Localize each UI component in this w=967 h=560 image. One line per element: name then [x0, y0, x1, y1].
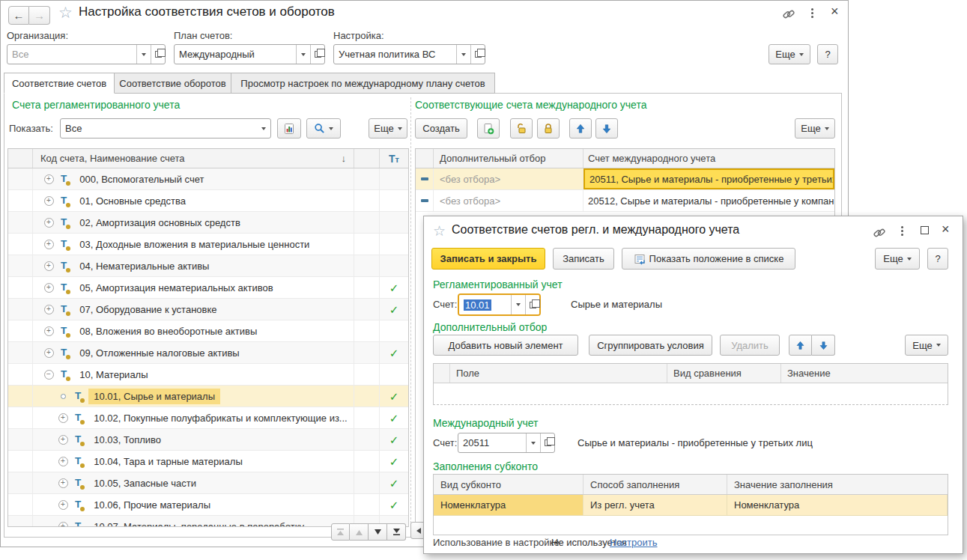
mapped-cell[interactable] [380, 234, 408, 255]
mapped-cell[interactable]: ✓ [380, 429, 408, 450]
menu-dots-icon[interactable] [811, 8, 813, 18]
nav-down-button[interactable] [369, 523, 387, 541]
mapped-cell[interactable]: ✓ [380, 472, 408, 493]
account-tree-row[interactable]: +Т02, Амортизация основных средств [8, 212, 408, 234]
mapped-cell[interactable] [380, 212, 408, 233]
extra-cell[interactable] [354, 277, 380, 298]
subconto-empty-area[interactable] [434, 516, 948, 535]
account-name-cell[interactable]: +Т10.05, Запасные части [33, 472, 354, 493]
account-tree-row[interactable]: +Т08, Вложения во внеоборотные активы [8, 320, 408, 342]
row-selector-cell[interactable] [8, 190, 33, 211]
tree-expand-icon[interactable]: + [44, 283, 54, 293]
extra-cell[interactable] [354, 342, 380, 363]
extra-cell[interactable] [354, 190, 380, 211]
account-tree-row[interactable]: −Т10, Материалы [8, 364, 408, 386]
account-name-cell[interactable]: +Т07, Оборудование к установке [33, 299, 354, 320]
account-tree-row[interactable]: +Т10.05, Запасные части✓ [8, 472, 408, 494]
intl-account-cell[interactable]: 20511, Сырье и материалы - приобретенные… [583, 168, 834, 189]
account-name-cell[interactable]: +Т02, Амортизация основных средств [33, 212, 354, 233]
row-selector-cell[interactable] [8, 234, 33, 255]
group-conditions-button[interactable]: Сгруппировать условия [589, 335, 712, 356]
tree-expand-icon[interactable]: + [44, 326, 54, 336]
filter-table-body[interactable] [434, 383, 948, 404]
row-selector-cell[interactable] [8, 451, 33, 472]
nav-up-button[interactable] [350, 523, 369, 541]
unlock-button[interactable] [510, 118, 533, 139]
back-button[interactable]: ← [8, 6, 29, 25]
account-tree-row[interactable]: +Т10.02, Покупные полуфабрикаты и компле… [8, 407, 408, 429]
tab-view-settings[interactable]: Просмотр настроек по международному план… [231, 73, 495, 94]
fill-method-cell[interactable]: Из регл. учета [583, 495, 727, 515]
chart-of-accounts-value[interactable]: Международный [175, 45, 296, 64]
selector-column-header[interactable] [8, 149, 33, 168]
row-selector-cell[interactable] [8, 516, 33, 527]
subconto-row[interactable]: НоменклатураИз регл. учетаНоменклатура [434, 495, 948, 516]
dropdown-caret-icon[interactable] [256, 119, 270, 138]
account-name-cell[interactable]: +Т03, Доходные вложения в материальные ц… [33, 234, 354, 255]
account-name-cell[interactable]: Т10.01, Сырье и материалы [33, 386, 354, 407]
row-selector-cell[interactable] [8, 494, 33, 515]
add-element-button[interactable]: Добавить новый элемент [433, 335, 578, 356]
chart-of-accounts-field[interactable]: Международный [174, 44, 325, 64]
move-up-button[interactable] [789, 335, 812, 356]
subconto-type-cell[interactable]: Номенклатура [434, 495, 583, 515]
show-filter-value[interactable]: Все [61, 119, 256, 138]
account-tree-row[interactable]: +Т10.04, Тара и тарные материалы✓ [8, 451, 408, 472]
tree-expand-icon[interactable]: + [44, 196, 54, 206]
extra-cell[interactable] [354, 472, 380, 493]
row-selector-cell[interactable] [8, 255, 33, 276]
extra-cell[interactable] [354, 168, 380, 189]
fill-value-column-header[interactable]: Значение заполнения [727, 475, 948, 494]
mapped-cell[interactable] [380, 190, 408, 211]
main-help-button[interactable]: ? [817, 44, 838, 64]
search-button[interactable] [306, 118, 341, 139]
account-column-header[interactable]: Код счета, Наименование счета ↓ [33, 149, 354, 168]
account-name-cell[interactable]: +Т08, Вложения во внеоборотные активы [33, 320, 354, 341]
filter-more-button[interactable]: Еще [905, 335, 948, 356]
pick-from-list-icon[interactable] [470, 45, 485, 64]
nav-to-bottom-button[interactable] [387, 523, 406, 541]
extra-cell[interactable] [354, 364, 380, 385]
row-selector-cell[interactable] [8, 299, 33, 320]
extra-cell[interactable] [354, 494, 380, 515]
extra-cell[interactable] [354, 407, 380, 428]
account-tree-row[interactable]: +Т04, Нематериальные активы [8, 255, 408, 277]
row-selector-cell[interactable] [8, 429, 33, 450]
account-name-cell[interactable]: +Т10.06, Прочие материалы [33, 494, 354, 515]
dropdown-caret-icon[interactable] [511, 295, 525, 314]
comparison-column-header[interactable]: Вид сравнения [667, 364, 781, 383]
filter-cell[interactable]: <без отбора> [434, 190, 583, 211]
pick-from-list-icon[interactable] [151, 45, 165, 64]
extra-cell[interactable] [354, 212, 380, 233]
nav-to-top-button[interactable] [331, 523, 350, 541]
account-name-cell[interactable]: +Т10.02, Покупные полуфабрикаты и компле… [33, 407, 354, 428]
mapped-cell[interactable] [380, 168, 408, 189]
intl-account-cell[interactable]: 20512, Сырье и материалы - приобретенные… [583, 190, 834, 211]
fill-value-cell[interactable]: Номенклатура [727, 495, 948, 515]
mapped-cell[interactable] [380, 364, 408, 385]
intl-account-value[interactable]: 20511 [458, 433, 526, 452]
organization-field[interactable]: Все [7, 44, 166, 64]
extra-cell[interactable] [354, 320, 380, 341]
dialog-help-button[interactable]: ? [927, 248, 948, 270]
show-filter-combo[interactable]: Все [60, 118, 271, 139]
extra-cell[interactable] [354, 299, 380, 320]
maximize-icon[interactable] [921, 226, 929, 234]
pick-from-list-icon[interactable] [540, 433, 554, 452]
tab-turnover-mapping[interactable]: Соответствие оборотов [114, 73, 231, 94]
account-tree-row[interactable]: +Т10.03, Топливо✓ [8, 429, 408, 451]
row-selector-cell[interactable] [416, 168, 434, 189]
move-down-button[interactable] [812, 335, 835, 356]
tree-expand-icon[interactable]: + [44, 261, 54, 271]
tree-expand-icon[interactable]: + [58, 457, 68, 466]
account-name-cell[interactable]: +Т05, Амортизация нематериальных активов [33, 277, 354, 298]
account-tree-row[interactable]: +Т03, Доходные вложения в материальные ц… [8, 234, 408, 255]
link-icon[interactable] [873, 227, 885, 239]
forward-button[interactable]: → [29, 6, 50, 25]
row-selector-cell[interactable] [8, 212, 33, 233]
extra-cell[interactable] [354, 234, 380, 255]
mapping-row[interactable]: <без отбора>20512, Сырье и материалы - п… [416, 190, 834, 212]
account-tree-row[interactable]: Т10.01, Сырье и материалы✓ [8, 386, 408, 407]
extra-column-header[interactable] [354, 149, 380, 168]
tree-expand-icon[interactable]: + [44, 240, 54, 249]
